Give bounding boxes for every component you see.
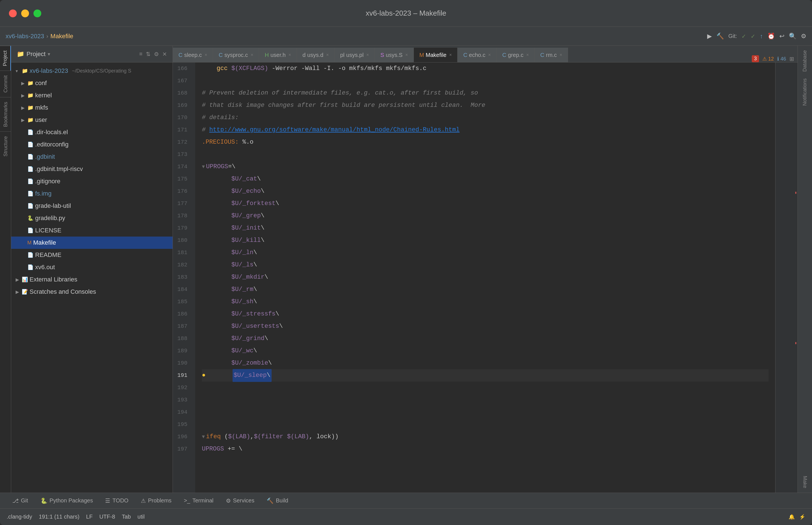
build-btn[interactable]: 🔨 [716, 33, 724, 40]
search-btn[interactable]: 🔍 [789, 33, 796, 40]
ln-167: 167 [173, 75, 191, 87]
tab-rm-c[interactable]: C rm.c × [535, 48, 568, 62]
git-check-icon: ✓ [741, 33, 746, 40]
database-panel-btn[interactable]: Database [802, 50, 808, 72]
services-icon: ⚙ [226, 497, 231, 504]
tree-item-conf[interactable]: ▶ 📁 conf [11, 77, 173, 89]
tab-grep-c[interactable]: C grep.c × [496, 48, 535, 62]
bottom-tab-build[interactable]: 🔨 Build [261, 495, 294, 506]
sidebar-tab-commit[interactable]: Commit [0, 71, 11, 97]
sleep-c-close[interactable]: × [205, 52, 207, 58]
tab-sleep-c[interactable]: C sleep.c × [173, 48, 213, 62]
code-line-185: $U/_sh\ [202, 296, 768, 308]
expand-btn[interactable]: ⇅ [146, 51, 151, 58]
tree-item-readme[interactable]: 📄 README [11, 249, 173, 261]
fold-arrow-196[interactable]: ▼ [202, 431, 205, 443]
tree-item-makefile[interactable]: M Makefile [11, 237, 173, 249]
bottom-tab-python[interactable]: 🐍 Python Packages [35, 495, 99, 506]
rm-c-close[interactable]: × [560, 52, 562, 58]
grep-c-close[interactable]: × [526, 52, 529, 58]
bottom-tab-todo[interactable]: ☰ TODO [99, 495, 134, 506]
usys-pl-close[interactable]: × [366, 52, 369, 58]
bottom-tab-services[interactable]: ⚙ Services [220, 495, 260, 506]
tree-item-gdbinit-tmpl[interactable]: 📄 .gdbinit.tmpl-riscv [11, 163, 173, 175]
make-panel-btn[interactable]: Make [802, 476, 808, 488]
mkfs-folder-icon: 📁 [27, 105, 33, 111]
sidebar-tab-project[interactable]: Project [0, 46, 11, 71]
user-h-close[interactable]: × [288, 52, 291, 58]
git-push-btn[interactable]: ↑ [760, 33, 763, 40]
bottom-tab-problems[interactable]: ⚠ Problems [135, 495, 177, 506]
tree-item-license[interactable]: 📄 LICENSE [11, 224, 173, 237]
tree-item-grade-lab[interactable]: 📄 grade-lab-util [11, 200, 173, 212]
ln-174: 174 [173, 161, 191, 173]
tree-item-dir-locals[interactable]: 📄 .dir-locals.el [11, 126, 173, 138]
settings-btn[interactable]: ⚙ [801, 33, 807, 40]
sleep-c-label: sleep.c [184, 52, 202, 58]
ln-173: 173 [173, 148, 191, 161]
usys-d-close[interactable]: × [326, 52, 329, 58]
tree-item-xv6out[interactable]: 📄 xv6.out [11, 261, 173, 273]
notification-icon: 🔔 [788, 514, 795, 520]
settings-panel-btn[interactable]: ⚙ [154, 51, 159, 58]
ln-182: 182 [173, 259, 191, 271]
tab-user-h[interactable]: H user.h × [259, 48, 297, 62]
maximize-button[interactable] [33, 10, 41, 17]
undo-btn[interactable]: ↩ [779, 33, 784, 40]
sidebar-tab-structure[interactable]: Structure [0, 131, 11, 161]
ln-192: 192 [173, 381, 191, 394]
code-line-197: UPROGS += \ [202, 443, 768, 455]
sysproc-c-close[interactable]: × [251, 52, 253, 58]
run-config-btn[interactable]: ▶ [707, 33, 712, 40]
tree-item-scratches[interactable]: ▶ 📝 Scratches and Consoles [11, 286, 173, 298]
scratches-icon: 📝 [22, 289, 28, 295]
error-marker [795, 192, 796, 194]
tree-item-user[interactable]: ▶ 📁 user [11, 114, 173, 126]
code-line-170: # details: [202, 111, 768, 124]
tree-item-gitignore[interactable]: 📄 .gitignore [11, 175, 173, 188]
minimize-button[interactable] [21, 10, 29, 17]
code-line-182: $U/_ls\ [202, 259, 768, 271]
tab-makefile[interactable]: M Makefile × [414, 48, 458, 62]
error-marker2 [795, 342, 796, 344]
conf-label: conf [35, 79, 47, 87]
tab-usys-d[interactable]: d usys.d × [297, 48, 335, 62]
code-line-195 [202, 418, 768, 431]
code-line-189: $U/_wc\ [202, 345, 768, 357]
notifications-panel-btn[interactable]: Notifications [802, 78, 808, 106]
tree-item-gradelib[interactable]: 🐍 gradelib.py [11, 212, 173, 224]
close-button[interactable] [9, 10, 17, 17]
gradelib-label: gradelib.py [35, 214, 65, 222]
collapse-all-btn[interactable]: ≡ [139, 51, 142, 58]
fold-arrow-174[interactable]: ▼ [202, 161, 205, 173]
makefile-icon: M [27, 240, 31, 246]
makefile-close[interactable]: × [449, 52, 452, 58]
tree-item-mkfs[interactable]: ▶ 📁 mkfs [11, 102, 173, 114]
git-history-btn[interactable]: ⏰ [767, 33, 775, 40]
tab-sysproc-c[interactable]: C sysproc.c × [213, 48, 259, 62]
code-editor[interactable]: gcc $(XCFLAGS) -Werror -Wall -I. -o mkfs… [195, 62, 775, 493]
tree-item-external-libs[interactable]: ▶ 📊 External Libraries [11, 273, 173, 286]
code-line-184: $U/_rm\ [202, 283, 768, 296]
python-icon: 🐍 [41, 497, 47, 504]
tree-item-gdbinit[interactable]: 📄 .gdbinit [11, 151, 173, 163]
tree-root[interactable]: ▾ 📁 xv6-labs-2023 ~/Desktop/CS/Operating… [11, 65, 173, 77]
ln-169: 169 [173, 99, 191, 111]
tree-item-kernel[interactable]: ▶ 📁 kernel [11, 89, 173, 102]
usys-s-close[interactable]: × [405, 52, 408, 58]
tree-item-editorconfig[interactable]: 📄 .editorconfig [11, 138, 173, 151]
sidebar-tab-bookmarks[interactable]: Bookmarks [0, 97, 11, 131]
bottom-tab-git[interactable]: ⎇ Git [7, 495, 34, 506]
tab-usys-pl[interactable]: pl usys.pl × [335, 48, 375, 62]
close-panel-btn[interactable]: ✕ [162, 51, 167, 58]
gitignore-icon: 📄 [27, 178, 33, 184]
tree-item-fs-img[interactable]: 📄 fs.img [11, 188, 173, 200]
chevron-down-icon[interactable]: ▾ [48, 51, 50, 57]
expand-editor-btn[interactable]: ⊞ [790, 56, 794, 62]
tab-echo-c[interactable]: C echo.c × [458, 48, 496, 62]
bottom-tab-terminal[interactable]: >_ Terminal [178, 495, 219, 506]
echo-c-close[interactable]: × [488, 52, 491, 58]
code-line-187: $U/_usertests\ [202, 320, 768, 332]
ln-184: 184 [173, 283, 191, 296]
tab-usys-s[interactable]: S usys.S × [375, 48, 414, 62]
